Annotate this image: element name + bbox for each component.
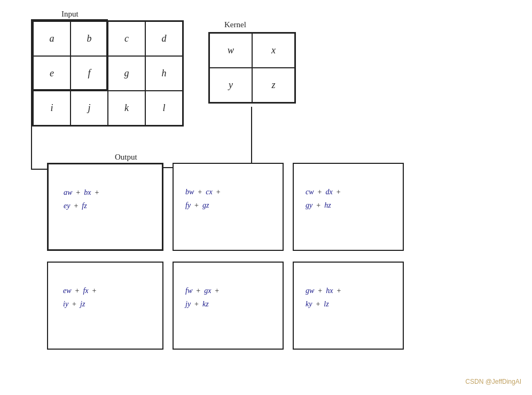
output-cell-00: aw + bx + ey + fz xyxy=(47,163,163,251)
kernel-cell-z: z xyxy=(252,68,295,102)
output-label: Output xyxy=(115,153,137,162)
input-cell-j: j xyxy=(71,91,108,125)
input-cell-g: g xyxy=(108,56,145,91)
kernel-cell-x: x xyxy=(252,33,295,68)
input-cell-b: b xyxy=(71,21,108,56)
input-grid: abcdefghijkl xyxy=(32,20,184,127)
kernel-label: Kernel xyxy=(224,20,246,29)
formula-02: cw + dx + gy + hz xyxy=(306,185,341,212)
watermark: CSDN @JeffDingAI xyxy=(465,378,521,385)
input-cell-f: f xyxy=(71,56,108,91)
input-cell-c: c xyxy=(108,21,145,56)
formula-00: aw + bx + ey + fz xyxy=(64,186,99,212)
output-cell-01: bw + cx + fy + gz xyxy=(173,163,284,251)
kernel-cell-w: w xyxy=(209,33,252,68)
input-label: Input xyxy=(61,10,79,19)
output-cell-12: gw + hx + ky + lz xyxy=(293,262,404,350)
kernel-grid: wxyz xyxy=(208,32,296,104)
arrow-line-left xyxy=(31,26,32,170)
output-cell-11: fw + gx + jy + kz xyxy=(173,262,284,350)
formula-01: bw + cx + fy + gz xyxy=(185,185,221,212)
formula-11: fw + gx + jy + kz xyxy=(185,284,219,311)
input-cell-h: h xyxy=(145,56,183,91)
input-cell-a: a xyxy=(33,21,71,56)
diagram: Input Kernel Output abcdefghijkl wxyz aw… xyxy=(0,0,532,395)
output-cell-10: ew + fx + iy + jz xyxy=(47,262,163,350)
input-cell-l: l xyxy=(145,91,183,125)
kernel-cell-y: y xyxy=(209,68,252,102)
formula-12: gw + hx + ky + lz xyxy=(306,284,341,311)
kernel-connector-v xyxy=(251,107,252,168)
input-cell-d: d xyxy=(145,21,183,56)
input-cell-k: k xyxy=(108,91,145,125)
output-cell-02: cw + dx + gy + hz xyxy=(293,163,404,251)
input-cell-e: e xyxy=(33,56,71,91)
formula-10: ew + fx + iy + jz xyxy=(63,284,96,311)
input-cell-i: i xyxy=(33,91,71,125)
